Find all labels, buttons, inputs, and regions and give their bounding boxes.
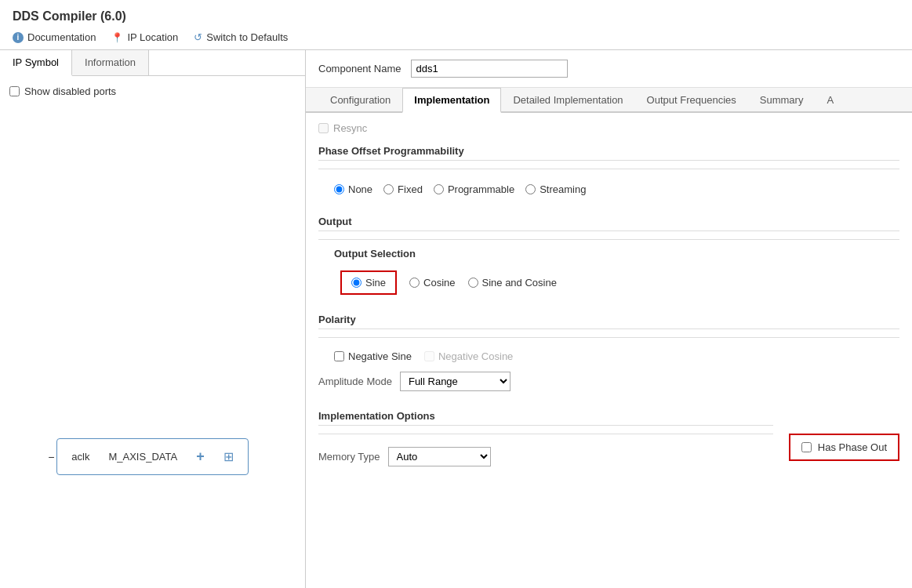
phase-offset-title: Phase Offset Programmability xyxy=(318,145,899,161)
app-title: DDS Compiler (6.0) xyxy=(13,9,899,24)
phase-offset-radio-group: None Fixed Programmable Streaming xyxy=(318,177,899,201)
tab-configuration[interactable]: Configuration xyxy=(318,88,402,113)
has-phase-out-label[interactable]: Has Phase Out xyxy=(818,441,887,453)
radio-streaming[interactable]: Streaming xyxy=(525,183,586,195)
show-disabled-checkbox[interactable] xyxy=(9,86,20,96)
impl-options-left: Implementation Options Memory Type Auto … xyxy=(318,410,773,471)
radio-streaming-input[interactable] xyxy=(525,184,536,194)
toolbar: i Documentation 📍 IP Location ↺ Switch t… xyxy=(13,31,899,49)
switch-defaults-label: Switch to Defaults xyxy=(206,31,288,43)
tab-summary[interactable]: Summary xyxy=(748,88,816,113)
radio-none[interactable]: None xyxy=(334,183,372,195)
tabs-row: Configuration Implementation Detailed Im… xyxy=(306,88,912,113)
symbol-plus-button[interactable]: + xyxy=(196,448,205,465)
negative-cosine-label[interactable]: Negative Cosine xyxy=(424,350,513,362)
tab-output-frequencies[interactable]: Output Frequencies xyxy=(635,88,748,113)
radio-none-input[interactable] xyxy=(334,184,344,194)
show-disabled-label[interactable]: Show disabled ports xyxy=(24,85,116,97)
left-panel: IP Symbol Information Show disabled port… xyxy=(0,50,306,588)
negative-sine-checkbox[interactable] xyxy=(334,351,344,361)
polarity-title: Polarity xyxy=(318,314,899,329)
left-panel-content: Show disabled ports xyxy=(0,76,305,326)
tab-information[interactable]: Information xyxy=(72,50,149,75)
tab-content-implementation: Resync Phase Offset Programmability None… xyxy=(306,113,912,588)
symbol-minus: − xyxy=(48,451,54,463)
symbol-grid-icon[interactable]: ⊞ xyxy=(223,449,234,464)
amplitude-row: Amplitude Mode Full Range Scaled Full Ra… xyxy=(318,367,899,396)
negative-cosine-checkbox[interactable] xyxy=(424,351,434,361)
resync-checkbox[interactable] xyxy=(318,123,329,133)
header: DDS Compiler (6.0) i Documentation 📍 IP … xyxy=(0,0,912,50)
radio-sine-cosine-input[interactable] xyxy=(468,278,478,288)
right-panel: Component Name Configuration Implementat… xyxy=(306,50,912,588)
radio-programmable-input[interactable] xyxy=(434,184,444,194)
location-icon: 📍 xyxy=(111,32,123,43)
negative-sine-label[interactable]: Negative Sine xyxy=(334,350,412,362)
refresh-icon: ↺ xyxy=(194,31,202,43)
output-selection-rest: Cosine Sine and Cosine xyxy=(409,277,557,289)
output-selection-label: Output Selection xyxy=(334,248,899,260)
symbol-area: − aclk M_AXIS_DATA + ⊞ xyxy=(0,326,305,589)
output-section: Output Output Selection Sine xyxy=(318,216,899,299)
tab-ip-symbol[interactable]: IP Symbol xyxy=(0,50,72,76)
component-name-input[interactable] xyxy=(411,60,568,78)
output-selection-block: Output Selection Sine xyxy=(318,248,899,299)
symbol-box: − aclk M_AXIS_DATA + ⊞ xyxy=(56,438,248,475)
resync-row: Resync xyxy=(318,122,899,134)
impl-options-section: Implementation Options Memory Type Auto … xyxy=(318,410,899,471)
has-phase-out-box: Has Phase Out xyxy=(789,434,899,461)
radio-fixed-input[interactable] xyxy=(383,184,394,194)
ip-location-label: IP Location xyxy=(127,31,178,43)
main-body: IP Symbol Information Show disabled port… xyxy=(0,50,912,588)
output-selection-highlighted-box: Sine xyxy=(340,270,397,295)
left-tabs: IP Symbol Information xyxy=(0,50,305,76)
resync-label: Resync xyxy=(333,122,367,134)
radio-sine[interactable]: Sine xyxy=(351,277,386,289)
radio-cosine[interactable]: Cosine xyxy=(409,277,455,289)
documentation-label: Documentation xyxy=(27,31,96,43)
amplitude-select[interactable]: Full Range Scaled Full Range Unit Circle xyxy=(400,372,511,391)
has-phase-out-container: Has Phase Out xyxy=(773,410,899,461)
has-phase-out-checkbox[interactable] xyxy=(801,442,812,452)
polarity-row: Negative Sine Negative Cosine xyxy=(318,346,899,367)
memory-row: Memory Type Auto Block ROM Distributed R… xyxy=(318,442,773,471)
component-name-label: Component Name xyxy=(318,63,401,74)
ip-location-button[interactable]: 📍 IP Location xyxy=(111,31,178,43)
amplitude-label: Amplitude Mode xyxy=(318,376,392,387)
radio-sine-input[interactable] xyxy=(351,278,362,288)
info-icon: i xyxy=(13,32,24,43)
component-name-row: Component Name xyxy=(306,50,912,88)
polarity-section: Polarity Negative Sine Negative Cosine xyxy=(318,314,899,396)
phase-offset-section: Phase Offset Programmability None Fixed xyxy=(318,145,899,201)
radio-cosine-input[interactable] xyxy=(409,278,420,288)
show-disabled-row: Show disabled ports xyxy=(9,85,296,97)
documentation-button[interactable]: i Documentation xyxy=(13,31,96,43)
impl-options-title: Implementation Options xyxy=(318,410,773,426)
output-selection-row: Sine Cosine Sine and Cosine xyxy=(334,266,899,299)
tab-detailed-implementation[interactable]: Detailed Implementation xyxy=(501,88,634,113)
radio-programmable[interactable]: Programmable xyxy=(434,183,514,195)
symbol-label-right: M_AXIS_DATA xyxy=(108,451,177,463)
output-title: Output xyxy=(318,216,899,231)
radio-sine-and-cosine[interactable]: Sine and Cosine xyxy=(468,277,557,289)
memory-type-label: Memory Type xyxy=(318,451,380,463)
app-container: DDS Compiler (6.0) i Documentation 📍 IP … xyxy=(0,0,912,588)
tab-a[interactable]: A xyxy=(815,88,845,113)
radio-fixed[interactable]: Fixed xyxy=(383,183,423,195)
switch-defaults-button[interactable]: ↺ Switch to Defaults xyxy=(194,31,288,43)
symbol-label-left: aclk xyxy=(71,451,89,463)
memory-type-select[interactable]: Auto Block ROM Distributed ROM xyxy=(388,447,491,466)
tab-implementation[interactable]: Implementation xyxy=(402,88,501,113)
